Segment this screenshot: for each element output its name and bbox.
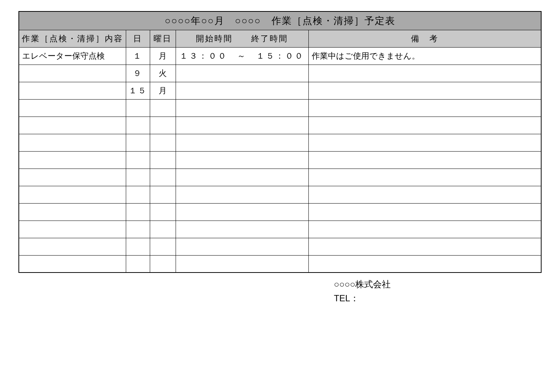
cell-day (126, 238, 150, 255)
table-row (19, 151, 541, 169)
company-name: ○○○○株式会社 (334, 277, 542, 291)
cell-weekday: 火 (150, 65, 176, 82)
cell-note (308, 255, 541, 273)
header-day: 日 (126, 30, 150, 47)
table-row (19, 203, 541, 221)
cell-task (19, 186, 126, 203)
cell-weekday (150, 238, 176, 255)
cell-time (176, 238, 308, 255)
cell-note (308, 238, 541, 255)
table-row (19, 99, 541, 117)
cell-note (308, 203, 541, 221)
cell-weekday (150, 151, 176, 169)
cell-task (19, 169, 126, 186)
table-row (19, 186, 541, 203)
header-task: 作業［点検・清掃］内容 (19, 30, 126, 47)
cell-weekday (150, 221, 176, 238)
cell-day (126, 151, 150, 169)
cell-task (19, 82, 126, 99)
cell-task: エレベーター保守点検 (19, 47, 126, 65)
cell-day (126, 134, 150, 151)
cell-day (126, 255, 150, 273)
footer: ○○○○株式会社 TEL： (334, 277, 542, 305)
cell-note (308, 186, 541, 203)
cell-time (176, 65, 308, 82)
cell-note (308, 221, 541, 238)
header-time: 開始時間 終了時間 (176, 30, 308, 47)
table-body: エレベーター保守点検１月１３：００ ～ １５：００作業中はご使用できません。９火… (19, 47, 541, 273)
cell-time (176, 117, 308, 134)
cell-task (19, 203, 126, 221)
cell-task (19, 117, 126, 134)
cell-day (126, 186, 150, 203)
cell-task (19, 238, 126, 255)
cell-day (126, 221, 150, 238)
table-row (19, 169, 541, 186)
cell-task (19, 255, 126, 273)
cell-time (176, 134, 308, 151)
cell-weekday: 月 (150, 47, 176, 65)
cell-weekday (150, 186, 176, 203)
table-row (19, 255, 541, 273)
cell-weekday (150, 169, 176, 186)
table-row (19, 117, 541, 134)
cell-note (308, 169, 541, 186)
cell-task (19, 151, 126, 169)
cell-time (176, 203, 308, 221)
cell-weekday: 月 (150, 82, 176, 99)
cell-note (308, 65, 541, 82)
cell-weekday (150, 255, 176, 273)
cell-note (308, 134, 541, 151)
cell-note (308, 117, 541, 134)
table-row (19, 134, 541, 151)
cell-time (176, 186, 308, 203)
cell-time (176, 169, 308, 186)
cell-day (126, 203, 150, 221)
header-start-time: 開始時間 (196, 33, 233, 44)
header-note: 備 考 (308, 30, 541, 47)
tel-label: TEL： (334, 291, 542, 305)
cell-day: １ (126, 47, 150, 65)
cell-note (308, 151, 541, 169)
table-title: ○○○○年○○月 ○○○○ 作業［点検・清掃］予定表 (19, 11, 541, 30)
cell-note (308, 82, 541, 99)
cell-day: １５ (126, 82, 150, 99)
cell-day (126, 117, 150, 134)
cell-time: １３：００ ～ １５：００ (176, 47, 308, 65)
table-row: １５月 (19, 82, 541, 99)
header-end-time: 終了時間 (251, 33, 288, 44)
cell-day (126, 99, 150, 117)
cell-weekday (150, 134, 176, 151)
cell-note (308, 99, 541, 117)
cell-weekday (150, 99, 176, 117)
cell-time (176, 82, 308, 99)
header-weekday: 曜日 (150, 30, 176, 47)
cell-weekday (150, 117, 176, 134)
table-row (19, 238, 541, 255)
cell-time (176, 151, 308, 169)
cell-time (176, 221, 308, 238)
table-row: ９火 (19, 65, 541, 82)
table-row: エレベーター保守点検１月１３：００ ～ １５：００作業中はご使用できません。 (19, 47, 541, 65)
cell-time (176, 255, 308, 273)
cell-day (126, 169, 150, 186)
cell-day: ９ (126, 65, 150, 82)
cell-time (176, 99, 308, 117)
cell-task (19, 65, 126, 82)
schedule-table: ○○○○年○○月 ○○○○ 作業［点検・清掃］予定表 作業［点検・清掃］内容 日… (18, 11, 542, 273)
cell-task (19, 134, 126, 151)
cell-note: 作業中はご使用できません。 (308, 47, 541, 65)
cell-task (19, 221, 126, 238)
cell-task (19, 99, 126, 117)
cell-weekday (150, 203, 176, 221)
table-row (19, 221, 541, 238)
